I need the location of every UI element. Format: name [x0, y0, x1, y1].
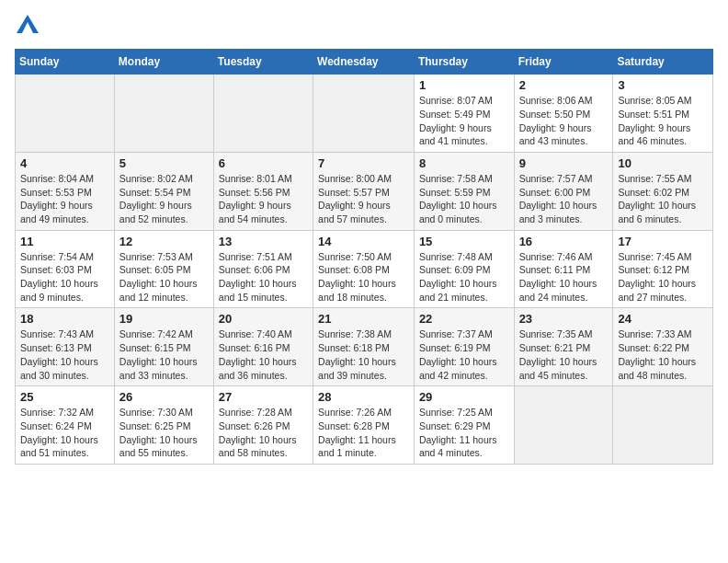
calendar-cell: 5Sunrise: 8:02 AM Sunset: 5:54 PM Daylig…	[114, 152, 213, 230]
day-info: Sunrise: 8:00 AM Sunset: 5:57 PM Dayligh…	[318, 172, 409, 226]
calendar-cell: 1Sunrise: 8:07 AM Sunset: 5:49 PM Daylig…	[414, 75, 514, 153]
calendar-cell: 6Sunrise: 8:01 AM Sunset: 5:56 PM Daylig…	[213, 152, 313, 230]
calendar-cell	[514, 386, 613, 465]
day-info: Sunrise: 7:40 AM Sunset: 6:16 PM Dayligh…	[219, 327, 308, 382]
day-number: 25	[20, 390, 109, 404]
calendar-cell: 23Sunrise: 7:35 AM Sunset: 6:21 PM Dayli…	[514, 308, 613, 386]
calendar-cell: 20Sunrise: 7:40 AM Sunset: 6:16 PM Dayli…	[213, 308, 313, 386]
day-number: 4	[20, 156, 109, 170]
day-header-monday: Monday	[114, 50, 213, 75]
calendar-cell: 9Sunrise: 7:57 AM Sunset: 6:00 PM Daylig…	[514, 152, 613, 230]
day-number: 18	[20, 312, 109, 326]
day-info: Sunrise: 7:54 AM Sunset: 6:03 PM Dayligh…	[20, 250, 109, 304]
day-number: 7	[318, 156, 409, 170]
calendar-cell: 28Sunrise: 7:26 AM Sunset: 6:28 PM Dayli…	[313, 386, 415, 465]
day-info: Sunrise: 7:45 AM Sunset: 6:12 PM Dayligh…	[618, 250, 708, 304]
day-info: Sunrise: 8:07 AM Sunset: 5:49 PM Dayligh…	[419, 94, 509, 148]
day-number: 14	[318, 235, 409, 248]
day-number: 23	[519, 312, 609, 326]
calendar-cell: 12Sunrise: 7:53 AM Sunset: 6:05 PM Dayli…	[114, 230, 213, 308]
day-number: 24	[618, 312, 708, 326]
calendar-cell: 29Sunrise: 7:25 AM Sunset: 6:29 PM Dayli…	[414, 386, 514, 465]
calendar-cell: 11Sunrise: 7:54 AM Sunset: 6:03 PM Dayli…	[16, 230, 115, 308]
day-number: 10	[618, 156, 708, 170]
day-number: 9	[519, 156, 609, 170]
calendar-cell: 2Sunrise: 8:06 AM Sunset: 5:50 PM Daylig…	[514, 75, 613, 153]
calendar-cell	[16, 75, 115, 153]
calendar-cell: 19Sunrise: 7:42 AM Sunset: 6:15 PM Dayli…	[114, 308, 213, 386]
day-number: 3	[618, 78, 708, 92]
calendar-cell: 8Sunrise: 7:58 AM Sunset: 5:59 PM Daylig…	[414, 152, 514, 230]
calendar-cell: 7Sunrise: 8:00 AM Sunset: 5:57 PM Daylig…	[313, 152, 415, 230]
calendar-cell: 17Sunrise: 7:45 AM Sunset: 6:12 PM Dayli…	[613, 230, 713, 308]
day-info: Sunrise: 7:30 AM Sunset: 6:25 PM Dayligh…	[119, 406, 209, 460]
calendar-cell: 24Sunrise: 7:33 AM Sunset: 6:22 PM Dayli…	[613, 308, 713, 386]
day-number: 2	[519, 78, 609, 92]
week-row-1: 1Sunrise: 8:07 AM Sunset: 5:49 PM Daylig…	[16, 75, 713, 153]
calendar-cell: 4Sunrise: 8:04 AM Sunset: 5:53 PM Daylig…	[16, 152, 115, 230]
day-number: 11	[20, 235, 109, 248]
day-number: 16	[519, 235, 609, 248]
day-number: 5	[119, 156, 209, 170]
day-info: Sunrise: 7:58 AM Sunset: 5:59 PM Dayligh…	[419, 172, 509, 226]
day-number: 21	[318, 312, 409, 326]
page-header	[15, 15, 713, 38]
day-number: 29	[419, 390, 509, 404]
day-number: 19	[119, 312, 209, 326]
day-number: 26	[119, 390, 209, 404]
day-info: Sunrise: 7:32 AM Sunset: 6:24 PM Dayligh…	[20, 406, 109, 460]
day-info: Sunrise: 7:35 AM Sunset: 6:21 PM Dayligh…	[519, 327, 609, 382]
calendar-cell: 21Sunrise: 7:38 AM Sunset: 6:18 PM Dayli…	[313, 308, 415, 386]
day-number: 17	[618, 235, 708, 248]
day-info: Sunrise: 7:33 AM Sunset: 6:22 PM Dayligh…	[618, 327, 708, 382]
day-number: 1	[419, 78, 509, 92]
calendar-cell: 15Sunrise: 7:48 AM Sunset: 6:09 PM Dayli…	[414, 230, 514, 308]
day-info: Sunrise: 7:26 AM Sunset: 6:28 PM Dayligh…	[318, 406, 409, 460]
calendar-cell: 27Sunrise: 7:28 AM Sunset: 6:26 PM Dayli…	[213, 386, 313, 465]
day-info: Sunrise: 7:53 AM Sunset: 6:05 PM Dayligh…	[119, 250, 209, 304]
day-number: 22	[419, 312, 509, 326]
day-header-sunday: Sunday	[16, 50, 115, 75]
day-info: Sunrise: 8:06 AM Sunset: 5:50 PM Dayligh…	[519, 94, 609, 148]
calendar-table: SundayMondayTuesdayWednesdayThursdayFrid…	[15, 49, 713, 465]
day-header-thursday: Thursday	[414, 50, 514, 75]
day-info: Sunrise: 7:48 AM Sunset: 6:09 PM Dayligh…	[419, 250, 509, 304]
calendar-cell: 13Sunrise: 7:51 AM Sunset: 6:06 PM Dayli…	[213, 230, 313, 308]
day-number: 13	[219, 235, 308, 248]
calendar-cell: 26Sunrise: 7:30 AM Sunset: 6:25 PM Dayli…	[114, 386, 213, 465]
day-number: 6	[219, 156, 308, 170]
calendar-cell: 16Sunrise: 7:46 AM Sunset: 6:11 PM Dayli…	[514, 230, 613, 308]
day-info: Sunrise: 7:38 AM Sunset: 6:18 PM Dayligh…	[318, 327, 409, 382]
day-info: Sunrise: 7:25 AM Sunset: 6:29 PM Dayligh…	[419, 406, 509, 460]
logo-icon	[17, 15, 39, 33]
calendar-cell	[613, 386, 713, 465]
logo	[15, 15, 39, 38]
days-header-row: SundayMondayTuesdayWednesdayThursdayFrid…	[16, 50, 713, 75]
calendar-cell: 10Sunrise: 7:55 AM Sunset: 6:02 PM Dayli…	[613, 152, 713, 230]
day-header-tuesday: Tuesday	[213, 50, 313, 75]
day-number: 12	[119, 235, 209, 248]
week-row-4: 18Sunrise: 7:43 AM Sunset: 6:13 PM Dayli…	[16, 308, 713, 386]
day-info: Sunrise: 7:57 AM Sunset: 6:00 PM Dayligh…	[519, 172, 609, 226]
day-header-friday: Friday	[514, 50, 613, 75]
day-info: Sunrise: 7:37 AM Sunset: 6:19 PM Dayligh…	[419, 327, 509, 382]
calendar-cell: 22Sunrise: 7:37 AM Sunset: 6:19 PM Dayli…	[414, 308, 514, 386]
day-info: Sunrise: 8:01 AM Sunset: 5:56 PM Dayligh…	[219, 172, 308, 226]
calendar-cell	[114, 75, 213, 153]
day-info: Sunrise: 7:28 AM Sunset: 6:26 PM Dayligh…	[219, 406, 308, 460]
week-row-2: 4Sunrise: 8:04 AM Sunset: 5:53 PM Daylig…	[16, 152, 713, 230]
day-number: 27	[219, 390, 308, 404]
day-info: Sunrise: 7:46 AM Sunset: 6:11 PM Dayligh…	[519, 250, 609, 304]
day-info: Sunrise: 7:42 AM Sunset: 6:15 PM Dayligh…	[119, 327, 209, 382]
day-header-saturday: Saturday	[613, 50, 713, 75]
calendar-cell: 25Sunrise: 7:32 AM Sunset: 6:24 PM Dayli…	[16, 386, 115, 465]
day-info: Sunrise: 7:43 AM Sunset: 6:13 PM Dayligh…	[20, 327, 109, 382]
calendar-cell	[313, 75, 415, 153]
calendar-cell	[213, 75, 313, 153]
day-info: Sunrise: 7:51 AM Sunset: 6:06 PM Dayligh…	[219, 250, 308, 304]
week-row-5: 25Sunrise: 7:32 AM Sunset: 6:24 PM Dayli…	[16, 386, 713, 465]
day-info: Sunrise: 8:04 AM Sunset: 5:53 PM Dayligh…	[20, 172, 109, 226]
day-info: Sunrise: 7:55 AM Sunset: 6:02 PM Dayligh…	[618, 172, 708, 226]
week-row-3: 11Sunrise: 7:54 AM Sunset: 6:03 PM Dayli…	[16, 230, 713, 308]
day-number: 28	[318, 390, 409, 404]
